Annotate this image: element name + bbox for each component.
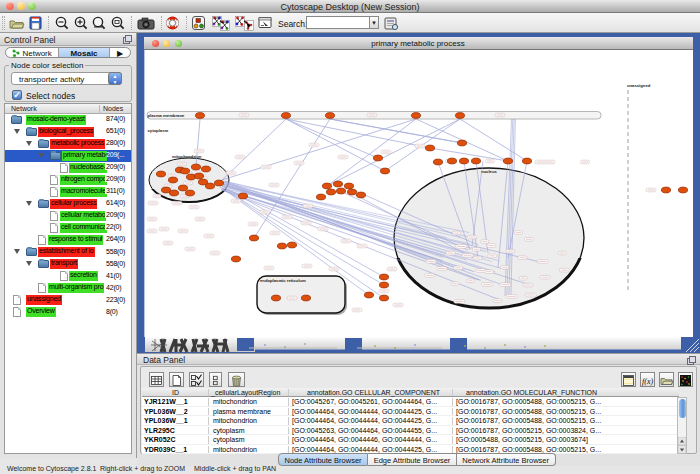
svg-text:nucleus: nucleus — [481, 169, 497, 174]
svg-text:cytoplasm: cytoplasm — [147, 128, 168, 133]
svg-text:unassigned: unassigned — [627, 83, 651, 88]
svg-text:endoplasmic reticulum: endoplasmic reticulum — [260, 278, 306, 283]
svg-text:plasma membrane: plasma membrane — [147, 113, 184, 118]
svg-text:f(x): f(x) — [642, 377, 653, 386]
